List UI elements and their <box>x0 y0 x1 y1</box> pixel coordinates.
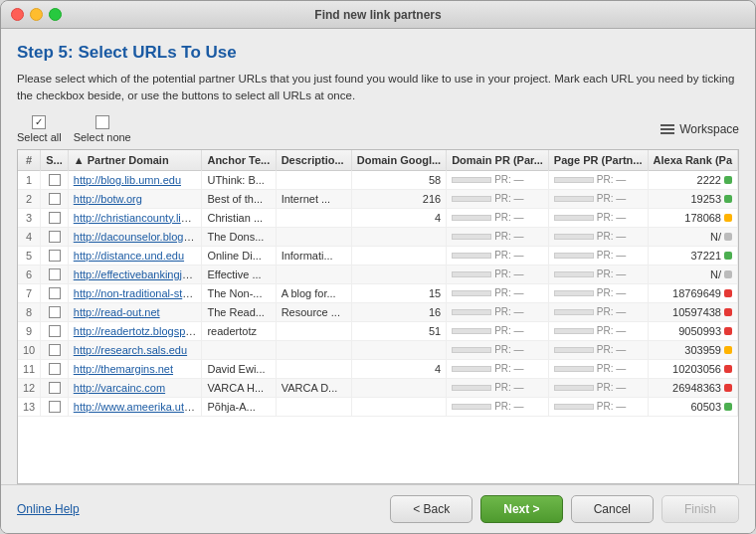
row-domain-pr: PR: — <box>447 189 549 208</box>
menu-line-3 <box>661 132 674 134</box>
row-domain-pr: PR: — <box>447 397 549 416</box>
row-num: 6 <box>18 265 41 283</box>
table-body: 1http://blog.lib.umn.eduUThink: B...58PR… <box>18 170 738 416</box>
table-row: 11http://themargins.netDavid Ewi...4PR: … <box>18 359 738 378</box>
table-row: 4http://dacounselor.blogspot.c...The Don… <box>18 227 738 246</box>
url-table: # S... ▲ Partner Domain Anchor Te... Des… <box>18 150 738 417</box>
row-checkbox[interactable] <box>49 212 61 224</box>
row-desc: A blog for... <box>276 283 351 302</box>
row-domain-pr: PR: — <box>447 265 549 283</box>
row-alexa: N/ <box>648 227 738 246</box>
finish-button[interactable]: Finish <box>662 495 739 523</box>
row-checkbox[interactable] <box>49 250 61 262</box>
domain-link[interactable]: http://varcainc.com <box>74 382 165 394</box>
row-checkbox[interactable] <box>49 174 61 186</box>
row-anchor: The Dons... <box>202 227 276 246</box>
maximize-button[interactable] <box>49 8 62 21</box>
select-all-label: Select all <box>17 131 62 143</box>
row-checkbox[interactable] <box>49 306 61 318</box>
select-none-icon <box>95 115 109 129</box>
back-button[interactable]: < Back <box>390 495 472 523</box>
row-num: 9 <box>18 321 41 340</box>
row-checkbox-cell <box>41 208 69 227</box>
select-none-button[interactable]: Select none <box>74 115 131 143</box>
col-header-domain-pr[interactable]: Domain PR (Par... <box>447 150 549 171</box>
select-all-button[interactable]: Select all <box>17 115 62 143</box>
row-checkbox[interactable] <box>49 287 61 299</box>
select-all-icon <box>32 115 46 129</box>
workspace-button[interactable]: Workspace <box>661 122 739 136</box>
row-checkbox-cell <box>41 170 69 189</box>
row-page-pr: PR: — <box>548 321 648 340</box>
row-num: 12 <box>18 378 41 397</box>
alexa-dot <box>724 252 732 260</box>
close-button[interactable] <box>11 8 24 21</box>
row-checkbox[interactable] <box>49 401 61 413</box>
row-checkbox[interactable] <box>49 344 61 356</box>
minimize-button[interactable] <box>30 8 43 21</box>
footer: Online Help < Back Next > Cancel Finish <box>1 484 755 533</box>
row-checkbox[interactable] <box>49 193 61 205</box>
col-header-anchor[interactable]: Anchor Te... <box>202 150 276 171</box>
row-page-pr: PR: — <box>548 397 648 416</box>
url-table-container[interactable]: # S... ▲ Partner Domain Anchor Te... Des… <box>17 149 739 485</box>
row-domain-pr: PR: — <box>447 283 549 302</box>
row-google: 58 <box>351 170 446 189</box>
domain-link[interactable]: http://dacounselor.blogspot.c... <box>74 231 202 243</box>
row-alexa: 303959 <box>648 340 738 359</box>
footer-buttons: < Back Next > Cancel Finish <box>390 495 739 523</box>
row-anchor <box>202 340 276 359</box>
next-button[interactable]: Next > <box>480 495 562 523</box>
domain-link[interactable]: http://non-traditional-student... <box>74 287 202 299</box>
domain-link[interactable]: http://read-out.net <box>74 306 160 318</box>
row-checkbox[interactable] <box>49 363 61 375</box>
domain-link[interactable]: http://distance.und.edu <box>74 250 184 262</box>
col-header-domain[interactable]: ▲ Partner Domain <box>68 150 202 171</box>
row-domain: http://varcainc.com <box>68 378 202 397</box>
col-header-desc[interactable]: Descriptio... <box>276 150 351 171</box>
col-header-page-pr[interactable]: Page PR (Partn... <box>548 150 648 171</box>
row-checkbox-cell <box>41 359 69 378</box>
row-page-pr: PR: — <box>548 283 648 302</box>
row-checkbox-cell <box>41 302 69 321</box>
domain-link[interactable]: http://botw.org <box>74 193 142 205</box>
row-checkbox[interactable] <box>49 382 61 394</box>
online-help-link[interactable]: Online Help <box>17 502 80 516</box>
col-header-alexa[interactable]: Alexa Rank (Pa <box>648 150 738 171</box>
table-row: 2http://botw.orgBest of th...Internet ..… <box>18 189 738 208</box>
row-anchor: VARCA H... <box>202 378 276 397</box>
window-title: Find new link partners <box>314 8 441 22</box>
cancel-button[interactable]: Cancel <box>571 495 654 523</box>
domain-link[interactable]: http://themargins.net <box>74 363 173 375</box>
row-alexa: 26948363 <box>648 378 738 397</box>
row-domain: http://effectivebankingjobmoti... <box>68 265 202 283</box>
col-header-google[interactable]: Domain Googl... <box>351 150 446 171</box>
domain-link[interactable]: http://research.sals.edu <box>74 344 187 356</box>
row-anchor: Effective ... <box>202 265 276 283</box>
row-google: 15 <box>351 283 446 302</box>
row-desc <box>276 397 351 416</box>
row-anchor: Põhja-A... <box>202 397 276 416</box>
row-anchor: The Non-... <box>202 283 276 302</box>
alexa-dot <box>724 384 732 392</box>
alexa-dot <box>724 403 732 411</box>
domain-link[interactable]: http://readertotz.blogspot.com <box>74 325 202 337</box>
domain-link[interactable]: http://christiancounty.lib.mo.us <box>74 212 202 224</box>
row-checkbox[interactable] <box>49 268 61 280</box>
alexa-dot <box>724 270 732 278</box>
row-checkbox-cell <box>41 378 69 397</box>
row-checkbox-cell <box>41 265 69 283</box>
row-google: 4 <box>351 359 446 378</box>
alexa-dot <box>724 176 732 184</box>
domain-link[interactable]: http://www.ameerika.ut.ee <box>74 401 200 413</box>
row-checkbox[interactable] <box>49 325 61 337</box>
workspace-label: Workspace <box>679 122 739 136</box>
domain-link[interactable]: http://blog.lib.umn.edu <box>74 174 181 186</box>
row-num: 8 <box>18 302 41 321</box>
domain-link[interactable]: http://effectivebankingjobmoti... <box>74 268 202 280</box>
row-alexa: 2222 <box>648 170 738 189</box>
toolbar-left: Select all Select none <box>17 115 131 143</box>
table-row: 1http://blog.lib.umn.eduUThink: B...58PR… <box>18 170 738 189</box>
row-google: 51 <box>351 321 446 340</box>
row-checkbox[interactable] <box>49 231 61 243</box>
